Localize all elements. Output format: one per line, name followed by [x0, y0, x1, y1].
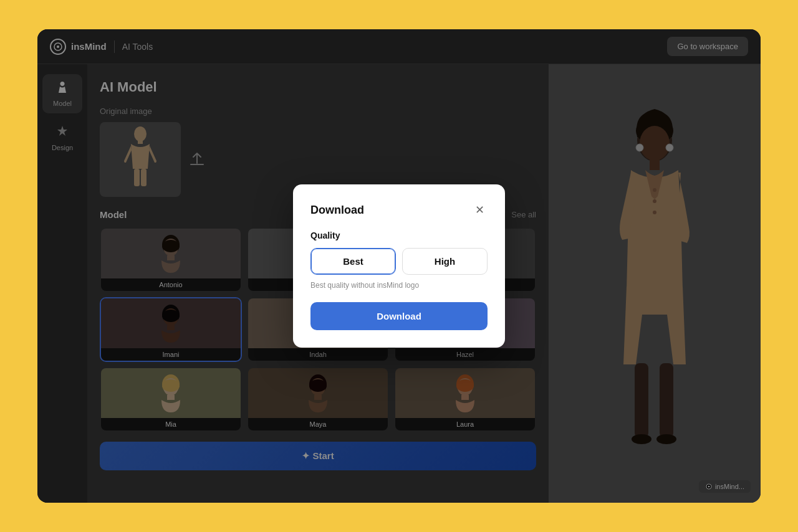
download-button[interactable]: Download — [310, 302, 488, 330]
download-modal: Download ✕ Quality Best High Best qualit… — [293, 184, 505, 348]
quality-high-button[interactable]: High — [402, 248, 488, 275]
modal-backdrop: Download ✕ Quality Best High Best qualit… — [37, 64, 761, 503]
quality-note: Best quality without insMind logo — [310, 281, 488, 290]
quality-label: Quality — [310, 230, 488, 240]
app-window: insMind AI Tools Go to workspace Model — [37, 29, 761, 503]
main-area: Model Design AI Model Original image — [37, 64, 761, 503]
quality-best-button[interactable]: Best — [310, 248, 396, 275]
modal-header: Download ✕ — [310, 202, 488, 218]
modal-close-button[interactable]: ✕ — [471, 202, 488, 218]
modal-title: Download — [310, 204, 364, 217]
quality-options: Best High — [310, 248, 488, 275]
